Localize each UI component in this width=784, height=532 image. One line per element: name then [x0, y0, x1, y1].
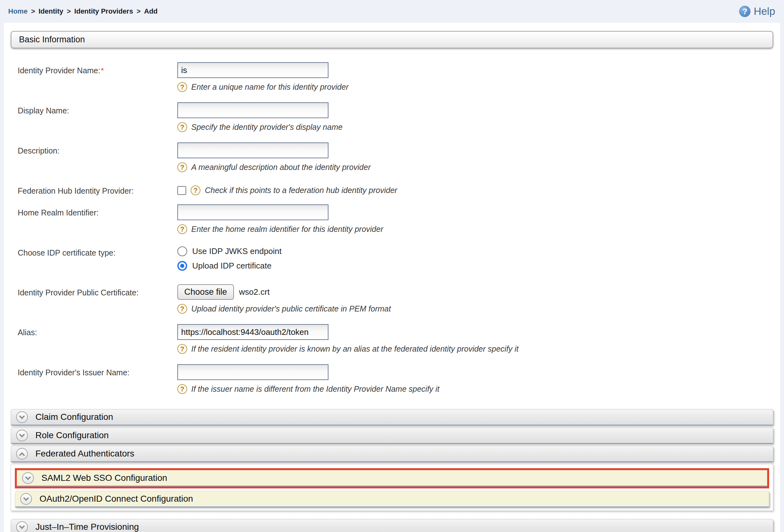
- home-realm-label: Home Realm Identifier:: [18, 204, 177, 234]
- basic-information-header: Basic Information: [11, 31, 773, 48]
- description-input[interactable]: [177, 143, 329, 158]
- accordion-list: Claim Configuration Role Configuration F…: [11, 409, 773, 532]
- accordion-federated-title: Federated Authenticators: [35, 449, 134, 459]
- chevron-down-icon: [16, 521, 28, 532]
- display-name-hint-text: Specify the identity provider's display …: [191, 123, 343, 132]
- accordion-federated-authenticators[interactable]: Federated Authenticators: [11, 446, 773, 462]
- breadcrumb-identity[interactable]: Identity: [38, 7, 63, 16]
- description-hint-text: A meaningful description about the ident…: [191, 163, 370, 172]
- idp-name-input[interactable]: [177, 62, 329, 78]
- accordion-role-configuration[interactable]: Role Configuration: [11, 427, 773, 444]
- public-cert-control: Choose file wso2.crt ? Upload identity p…: [177, 284, 391, 314]
- federation-hub-label: Federation Hub Identity Provider:: [18, 183, 177, 196]
- alias-input[interactable]: [177, 324, 329, 340]
- description-label: Description:: [18, 143, 177, 172]
- home-realm-hint: ? Enter the home realm identifier for th…: [177, 224, 383, 234]
- breadcrumb-home-link[interactable]: Home: [8, 7, 28, 16]
- idp-name-hint: ? Enter a unique name for this identity …: [177, 82, 349, 92]
- chevron-down-icon: [16, 430, 28, 441]
- idp-name-label-text: Identity Provider Name:: [18, 66, 100, 75]
- accordion-saml2-title: SAML2 Web SSO Configuration: [41, 473, 167, 483]
- chevron-up-icon: [16, 448, 28, 460]
- topbar: Home > Identity > Identity Providers > A…: [0, 0, 784, 23]
- radio-jwks-label: Use IDP JWKS endpoint: [192, 246, 282, 256]
- breadcrumb-separator: >: [31, 7, 35, 16]
- field-row-display-name: Display Name: ? Specify the identity pro…: [18, 102, 773, 132]
- required-asterisk: *: [101, 66, 104, 75]
- breadcrumb: Home > Identity > Identity Providers > A…: [8, 7, 158, 16]
- issuer-name-hint-text: If the issuer name is different from the…: [191, 384, 440, 394]
- display-name-hint: ? Specify the identity provider's displa…: [177, 122, 343, 132]
- hint-question-icon[interactable]: ?: [177, 384, 187, 394]
- field-row-idp-name: Identity Provider Name:* ? Enter a uniqu…: [18, 62, 773, 92]
- hint-question-icon[interactable]: ?: [177, 82, 187, 92]
- accordion-oauth2-openid-connect[interactable]: OAuth2/OpenID Connect Configuration: [15, 491, 769, 507]
- radio-option-jwks[interactable]: Use IDP JWKS endpoint: [177, 246, 282, 256]
- idp-name-hint-text: Enter a unique name for this identity pr…: [191, 83, 349, 92]
- home-realm-input[interactable]: [177, 204, 329, 220]
- alias-label: Alias:: [18, 324, 177, 354]
- field-row-alias: Alias: ? If the resident identity provid…: [18, 324, 773, 354]
- display-name-control: ? Specify the identity provider's displa…: [177, 102, 343, 132]
- public-cert-hint: ? Upload identity provider's public cert…: [177, 304, 391, 314]
- home-realm-hint-text: Enter the home realm identifier for this…: [191, 225, 383, 234]
- field-row-federation-hub: Federation Hub Identity Provider: ? Chec…: [18, 183, 773, 196]
- idp-name-control: ? Enter a unique name for this identity …: [177, 62, 349, 92]
- hint-question-icon[interactable]: ?: [177, 344, 187, 354]
- breadcrumb-separator: >: [67, 7, 71, 16]
- field-row-public-cert: Identity Provider Public Certificate: Ch…: [18, 284, 773, 314]
- saml2-highlight-border: SAML2 Web SSO Configuration: [15, 468, 769, 489]
- accordion-claim-configuration[interactable]: Claim Configuration: [11, 409, 773, 425]
- breadcrumb-separator: >: [137, 7, 141, 16]
- cert-type-radio-group: Use IDP JWKS endpoint Upload IDP certifi…: [177, 244, 282, 275]
- accordion-claim-title: Claim Configuration: [35, 412, 113, 422]
- description-control: ? A meaningful description about the ide…: [177, 143, 370, 172]
- chevron-down-icon: [22, 472, 34, 484]
- alias-hint-text: If the resident identity provider is kno…: [191, 344, 519, 354]
- issuer-name-control: ? If the issuer name is different from t…: [177, 364, 440, 394]
- page: Home > Identity > Identity Providers > A…: [0, 0, 784, 532]
- field-row-issuer-name: Identity Provider's Issuer Name: ? If th…: [18, 364, 773, 394]
- content-panel: Basic Information Identity Provider Name…: [4, 23, 780, 532]
- help-link[interactable]: ? Help: [739, 5, 775, 18]
- issuer-name-input[interactable]: [177, 364, 329, 380]
- alias-control: ? If the resident identity provider is k…: [177, 324, 519, 354]
- help-icon: ?: [739, 6, 751, 17]
- accordion-role-title: Role Configuration: [35, 430, 109, 440]
- breadcrumb-add: Add: [144, 7, 158, 16]
- basic-information-title: Basic Information: [19, 35, 85, 45]
- field-row-home-realm: Home Realm Identifier: ? Enter the home …: [18, 204, 773, 234]
- help-label: Help: [754, 5, 775, 18]
- idp-form: Identity Provider Name:* ? Enter a uniqu…: [11, 62, 773, 394]
- chevron-down-icon: [16, 411, 28, 423]
- hint-question-icon[interactable]: ?: [177, 162, 187, 172]
- federated-authenticators-panel: SAML2 Web SSO Configuration OAuth2/OpenI…: [11, 464, 773, 511]
- hint-question-icon[interactable]: ?: [191, 185, 200, 195]
- radio-upload-label: Upload IDP certificate: [192, 261, 272, 271]
- hint-question-icon[interactable]: ?: [177, 122, 187, 132]
- home-realm-control: ? Enter the home realm identifier for th…: [177, 204, 383, 234]
- hint-question-icon[interactable]: ?: [177, 224, 187, 234]
- accordion-oauth2-title: OAuth2/OpenID Connect Configuration: [39, 494, 193, 504]
- field-row-cert-type: Choose IDP certificate type: Use IDP JWK…: [18, 244, 773, 275]
- radio-option-upload-cert[interactable]: Upload IDP certificate: [177, 261, 282, 271]
- choose-file-button[interactable]: Choose file: [177, 284, 234, 300]
- display-name-label: Display Name:: [18, 102, 177, 132]
- chosen-file-name: wso2.crt: [239, 287, 270, 297]
- radio-upload-selected[interactable]: [177, 261, 187, 271]
- accordion-jit-title: Just–In–Time Provisioning: [35, 522, 139, 532]
- accordion-just-in-time-provisioning[interactable]: Just–In–Time Provisioning: [11, 519, 773, 532]
- federation-hub-checkbox[interactable]: [177, 186, 186, 195]
- hint-question-icon[interactable]: ?: [177, 304, 187, 314]
- description-hint: ? A meaningful description about the ide…: [177, 162, 370, 172]
- radio-jwks-unselected[interactable]: [177, 246, 187, 256]
- accordion-saml2-web-sso[interactable]: SAML2 Web SSO Configuration: [17, 470, 767, 486]
- display-name-input[interactable]: [177, 102, 329, 118]
- alias-hint: ? If the resident identity provider is k…: [177, 344, 519, 354]
- issuer-name-label: Identity Provider's Issuer Name:: [18, 364, 177, 394]
- breadcrumb-identity-providers[interactable]: Identity Providers: [74, 7, 133, 16]
- chevron-down-icon: [20, 493, 32, 505]
- field-row-description: Description: ? A meaningful description …: [18, 143, 773, 172]
- federation-hub-hint-text: Check if this points to a federation hub…: [205, 186, 397, 195]
- idp-name-label: Identity Provider Name:*: [18, 62, 177, 92]
